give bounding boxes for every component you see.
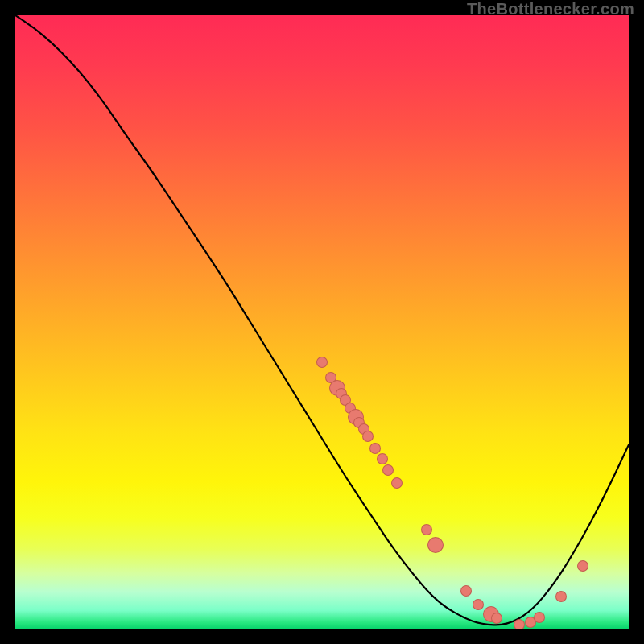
data-point <box>555 591 567 602</box>
data-point <box>460 585 472 597</box>
data-point <box>577 560 588 572</box>
data-point <box>473 599 484 610</box>
data-point <box>534 612 545 623</box>
data-point <box>514 619 525 630</box>
data-point <box>382 464 394 476</box>
curve-layer <box>15 15 629 629</box>
watermark-text: TheBottlenecker.com <box>467 0 634 19</box>
plot-area <box>14 14 630 630</box>
data-point <box>421 524 432 535</box>
data-point <box>427 537 444 553</box>
data-point <box>377 453 388 464</box>
bottleneck-curve <box>15 15 629 625</box>
chart-container: TheBottlenecker.com <box>0 0 644 644</box>
data-point <box>316 357 328 368</box>
